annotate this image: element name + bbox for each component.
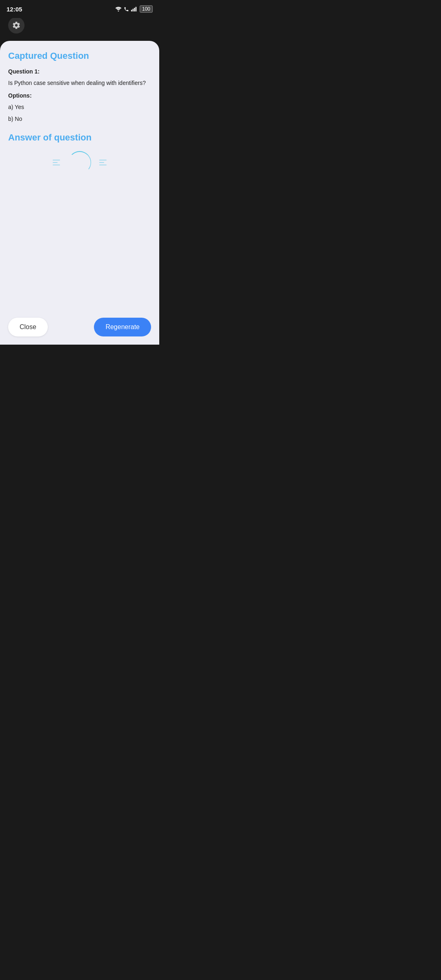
- status-time: 12:05: [7, 6, 22, 13]
- options-bold: Options:: [8, 92, 32, 99]
- option-b: b) No: [8, 114, 151, 123]
- close-button[interactable]: Close: [8, 318, 48, 336]
- slider-right-icon: [99, 160, 107, 165]
- svg-rect-2: [133, 9, 134, 11]
- gear-icon: [12, 21, 21, 30]
- options-label: Options:: [8, 91, 151, 100]
- top-area: [0, 18, 159, 33]
- main-card: Captured Question Question 1: Is Python …: [0, 41, 159, 345]
- loading-area: [8, 151, 151, 174]
- battery-icon: 100: [140, 5, 153, 13]
- status-bar: 12:05 100: [0, 0, 159, 18]
- svg-rect-3: [134, 8, 135, 11]
- answer-section-title: Answer of question: [8, 132, 151, 143]
- slider-line-2: [53, 162, 58, 163]
- spacer: [8, 174, 151, 311]
- captured-question-title: Captured Question: [8, 51, 151, 61]
- answer-section: Answer of question: [8, 126, 151, 174]
- option-a: a) Yes: [8, 102, 151, 111]
- slider-left-icon: [53, 160, 60, 165]
- phone-icon: [124, 7, 129, 12]
- bottom-buttons: Close Regenerate: [8, 311, 151, 336]
- question-number: Question 1:: [8, 68, 40, 75]
- slider-line-4: [99, 160, 107, 160]
- captured-question-section: Captured Question Question 1: Is Python …: [8, 51, 151, 126]
- status-icons: 100: [115, 5, 153, 13]
- slider-line-1: [53, 160, 60, 160]
- svg-point-0: [118, 11, 119, 11]
- slider-line-3: [53, 165, 60, 165]
- svg-rect-4: [136, 7, 136, 11]
- regenerate-button[interactable]: Regenerate: [94, 318, 151, 336]
- slider-line-6: [99, 165, 107, 165]
- signal-icon: [131, 7, 138, 11]
- settings-button[interactable]: [8, 17, 24, 33]
- wifi-icon: [115, 7, 122, 11]
- question-body: Is Python case sensitive when dealing wi…: [8, 78, 151, 87]
- svg-rect-1: [131, 10, 132, 11]
- question-label: Question 1:: [8, 67, 151, 76]
- slider-line-5: [99, 162, 104, 163]
- loading-spinner: [68, 151, 91, 174]
